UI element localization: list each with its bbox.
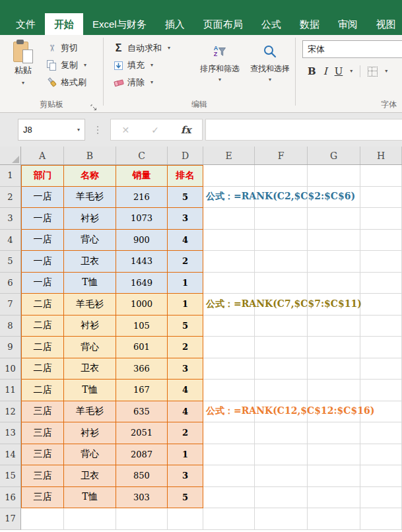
- underline-dropdown-icon[interactable]: ▾: [350, 69, 352, 74]
- row-header[interactable]: 10: [0, 358, 21, 380]
- cell-F5[interactable]: [255, 251, 308, 273]
- cell-H13[interactable]: [360, 422, 402, 444]
- dialog-launcher-icon[interactable]: [90, 102, 98, 110]
- cell-E4[interactable]: [203, 230, 255, 251]
- formula-bar-drag-handle[interactable]: [85, 126, 110, 134]
- row-header[interactable]: 17: [0, 508, 21, 530]
- cell-F10[interactable]: [255, 358, 308, 380]
- cell-H9[interactable]: [360, 337, 402, 358]
- cell-B5[interactable]: 卫衣: [64, 251, 116, 273]
- cell-F3[interactable]: [255, 208, 308, 230]
- enter-icon[interactable]: ✓: [151, 125, 159, 135]
- cell-B13[interactable]: 衬衫: [64, 422, 116, 444]
- cell-C14[interactable]: 2087: [116, 444, 168, 466]
- cell-E14[interactable]: [203, 444, 255, 466]
- cell-B16[interactable]: T恤: [64, 487, 116, 509]
- cell-H5[interactable]: [360, 251, 402, 273]
- formula-input[interactable]: [205, 119, 402, 141]
- cell-C8[interactable]: 105: [116, 316, 168, 337]
- cell-G9[interactable]: [308, 337, 360, 358]
- row-header[interactable]: 9: [0, 337, 21, 358]
- cell-G11[interactable]: [308, 380, 360, 401]
- cell-H15[interactable]: [360, 465, 402, 487]
- cell-H16[interactable]: [360, 487, 402, 509]
- cell-D6[interactable]: 1: [168, 273, 203, 294]
- cell-A4[interactable]: 一店: [21, 230, 64, 251]
- cell-B2[interactable]: 羊毛衫: [64, 187, 116, 209]
- cell-A9[interactable]: 二店: [21, 337, 64, 358]
- row-header[interactable]: 6: [0, 273, 21, 294]
- cell-B3[interactable]: 衬衫: [64, 208, 116, 230]
- cell-H14[interactable]: [360, 444, 402, 466]
- cell-F15[interactable]: [255, 465, 308, 487]
- cell-E8[interactable]: [203, 316, 255, 337]
- cell-A14[interactable]: 三店: [21, 444, 64, 466]
- cancel-icon[interactable]: ✕: [122, 125, 130, 135]
- row-header[interactable]: 5: [0, 251, 21, 273]
- cell-D12[interactable]: 4: [168, 401, 203, 423]
- column-header[interactable]: A: [21, 147, 64, 164]
- cell-A13[interactable]: 三店: [21, 422, 64, 444]
- row-header[interactable]: 3: [0, 208, 21, 230]
- cell-G3[interactable]: [308, 208, 360, 230]
- cell-F1[interactable]: [255, 165, 308, 187]
- cell-G5[interactable]: [308, 251, 360, 273]
- cell-D10[interactable]: 3: [168, 358, 203, 380]
- row-header[interactable]: 14: [0, 444, 21, 466]
- cell-G17[interactable]: [308, 508, 360, 530]
- font-name-combobox[interactable]: 宋体: [302, 40, 402, 58]
- cell-H1[interactable]: [360, 165, 402, 187]
- cell-E1[interactable]: [203, 165, 255, 187]
- cut-button[interactable]: ✂ 剪切: [45, 40, 86, 57]
- cell-A10[interactable]: 二店: [21, 358, 64, 380]
- cell-H8[interactable]: [360, 316, 402, 337]
- cell-G4[interactable]: [308, 230, 360, 251]
- cell-A17[interactable]: [21, 508, 64, 530]
- cell-E2[interactable]: 公式：=RANK(C2,$C$2:$C$6): [203, 187, 255, 209]
- cell-E15[interactable]: [203, 465, 255, 487]
- cell-F14[interactable]: [255, 444, 308, 466]
- cell-B15[interactable]: 卫衣: [64, 465, 116, 487]
- ribbon-tab[interactable]: 开始: [45, 13, 83, 35]
- ribbon-tab[interactable]: 视图: [367, 13, 402, 35]
- cell-E3[interactable]: [203, 208, 255, 230]
- row-header[interactable]: 11: [0, 380, 21, 401]
- column-header[interactable]: F: [255, 147, 308, 164]
- cell-D4[interactable]: 4: [168, 230, 203, 251]
- cell-B11[interactable]: T恤: [64, 380, 116, 401]
- cell-H6[interactable]: [360, 273, 402, 294]
- ribbon-tab[interactable]: 文件: [7, 13, 45, 35]
- column-header[interactable]: G: [308, 147, 360, 164]
- cell-A7[interactable]: 二店: [21, 294, 64, 316]
- cell-H17[interactable]: [360, 508, 402, 530]
- cell-B9[interactable]: 背心: [64, 337, 116, 358]
- cell-D2[interactable]: 5: [168, 187, 203, 209]
- cell-D8[interactable]: 5: [168, 316, 203, 337]
- cell-D9[interactable]: 2: [168, 337, 203, 358]
- column-header[interactable]: B: [64, 147, 116, 164]
- row-header[interactable]: 13: [0, 422, 21, 444]
- cell-E10[interactable]: [203, 358, 255, 380]
- ribbon-tab[interactable]: 审阅: [329, 13, 367, 35]
- ribbon-tab[interactable]: Excel与财务: [83, 13, 156, 35]
- cell-F17[interactable]: [255, 508, 308, 530]
- cell-D13[interactable]: 2: [168, 422, 203, 444]
- row-header[interactable]: 8: [0, 316, 21, 337]
- cell-F16[interactable]: [255, 487, 308, 509]
- cell-G6[interactable]: [308, 273, 360, 294]
- row-header[interactable]: 15: [0, 465, 21, 487]
- cell-E6[interactable]: [203, 273, 255, 294]
- cell-G1[interactable]: [308, 165, 360, 187]
- cell-C16[interactable]: 303: [116, 487, 168, 509]
- cell-C7[interactable]: 1000: [116, 294, 168, 316]
- row-header[interactable]: 4: [0, 230, 21, 251]
- row-header[interactable]: 12: [0, 401, 21, 423]
- cell-A3[interactable]: 一店: [21, 208, 64, 230]
- name-box[interactable]: J8 ▾: [18, 119, 85, 141]
- cell-F13[interactable]: [255, 422, 308, 444]
- italic-button[interactable]: I: [323, 67, 327, 77]
- cell-G16[interactable]: [308, 487, 360, 509]
- cell-E5[interactable]: [203, 251, 255, 273]
- cell-H7[interactable]: [360, 294, 402, 316]
- borders-button[interactable]: [368, 67, 378, 77]
